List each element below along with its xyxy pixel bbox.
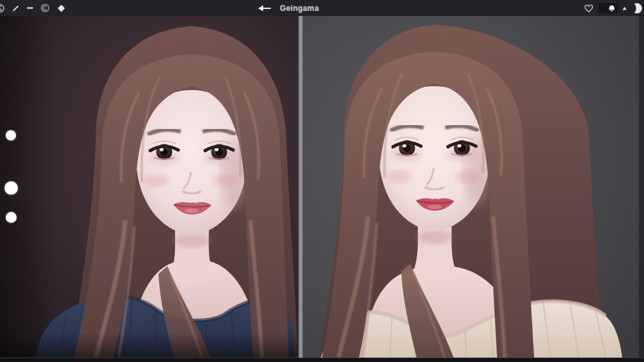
- right-image-panel: [303, 16, 644, 358]
- back-button[interactable]: [257, 4, 272, 12]
- window-title: Geingama: [280, 4, 319, 13]
- toolbar-right: [584, 0, 642, 16]
- compare-viewer: [0, 16, 644, 358]
- right-portrait-image: [303, 16, 644, 358]
- record-icon[interactable]: [40, 3, 50, 13]
- crescent-icon[interactable]: [631, 3, 642, 14]
- app-logo-icon[interactable]: [0, 3, 5, 13]
- heart-icon[interactable]: [584, 4, 594, 13]
- bell-icon: [608, 4, 616, 12]
- topbar: Geingama: [0, 0, 644, 16]
- page-dot-2[interactable]: [4, 181, 18, 195]
- right-panel-edge: [639, 16, 644, 358]
- compare-divider-handle[interactable]: [298, 16, 303, 358]
- toolbar-left: [0, 0, 66, 16]
- page-dot-1[interactable]: [6, 130, 16, 140]
- minus-icon[interactable]: [26, 6, 34, 10]
- left-portrait-image: [0, 16, 298, 358]
- bottombar: [0, 358, 644, 362]
- topbar-center: Geingama: [257, 0, 319, 16]
- bell-button[interactable]: [598, 3, 618, 13]
- page-dot-3[interactable]: [6, 212, 17, 223]
- left-image-panel: [0, 16, 298, 358]
- pen-icon[interactable]: [12, 4, 20, 12]
- caret-icon[interactable]: [622, 6, 627, 10]
- diamond-icon[interactable]: [56, 3, 66, 13]
